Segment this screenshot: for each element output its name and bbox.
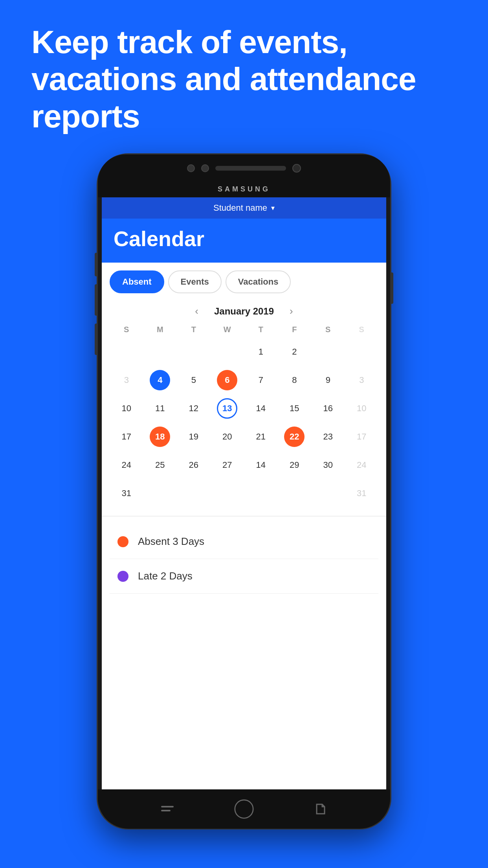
chevron-down-icon: ▾ [271, 204, 275, 212]
app-header: Student name ▾ Calendar [102, 197, 386, 263]
late-stat-label: Late 2 Days [138, 570, 193, 582]
calendar-week-1: 1 2 [110, 338, 378, 366]
cal-day[interactable]: 17 [345, 423, 379, 451]
cal-day[interactable]: 3 [345, 366, 379, 394]
cal-day-23[interactable]: 23 [311, 423, 345, 451]
day-circle-4: 4 [150, 370, 170, 390]
volume-silent-button [95, 253, 98, 276]
cal-day[interactable]: 24 [345, 451, 379, 479]
cal-day-29[interactable]: 29 [278, 451, 312, 479]
volume-down-button [95, 324, 98, 355]
cal-day-10[interactable]: 10 [110, 395, 143, 422]
stats-section: Absent 3 Days Late 2 Days [102, 520, 386, 598]
day-circle-6: 6 [217, 370, 237, 390]
cal-day[interactable]: 2 [278, 338, 312, 366]
cal-day-31[interactable]: 31 [110, 480, 143, 507]
cal-day-18[interactable]: 18 [143, 423, 177, 451]
day-name-t1: T [177, 325, 211, 334]
cal-day[interactable] [110, 338, 143, 366]
phone-device: SAMSUNG Student name ▾ Calendar Absent [97, 153, 391, 829]
cal-day[interactable] [177, 480, 211, 507]
cal-day-28[interactable]: 14 [244, 451, 278, 479]
cal-day-20[interactable]: 20 [211, 423, 244, 451]
speaker-icon [215, 166, 286, 171]
svg-rect-0 [161, 806, 174, 807]
cal-day-22[interactable]: 22 [278, 423, 312, 451]
cal-day[interactable] [177, 338, 211, 366]
student-selector[interactable]: Student name ▾ [102, 197, 386, 219]
cal-day-25[interactable]: 25 [143, 451, 177, 479]
calendar-day-names: S M T W T F S S [110, 325, 378, 338]
absent-dot-icon [117, 536, 128, 547]
cal-day-26[interactable]: 26 [177, 451, 211, 479]
tabs-row: Absent Events Vacations [102, 263, 386, 297]
day-name-w: W [211, 325, 244, 334]
cal-day-16[interactable]: 16 [311, 395, 345, 422]
cal-day-8[interactable]: 8 [278, 366, 312, 394]
day-name-m: M [143, 325, 177, 334]
tab-absent[interactable]: Absent [110, 270, 164, 293]
late-dot-icon [117, 571, 128, 582]
cal-day-14[interactable]: 14 [244, 395, 278, 422]
absent-stat-label: Absent 3 Days [138, 535, 204, 548]
cal-day[interactable] [311, 480, 345, 507]
day-circle-22: 22 [284, 427, 305, 447]
cal-day-11[interactable]: 11 [143, 395, 177, 422]
tab-vacations[interactable]: Vacations [226, 270, 291, 293]
cal-day-30[interactable]: 30 [311, 451, 345, 479]
cal-day[interactable] [143, 338, 177, 366]
phone-shell: SAMSUNG Student name ▾ Calendar Absent [97, 153, 391, 829]
cal-day-7[interactable]: 7 [244, 366, 278, 394]
phone-bottom-bar [98, 789, 390, 829]
cal-day-4[interactable]: 4 [143, 366, 177, 394]
calendar-week-4: 17 18 19 20 21 22 23 17 [110, 423, 378, 451]
svg-point-2 [235, 800, 253, 818]
tab-events[interactable]: Events [168, 270, 222, 293]
calendar-nav: ‹ January 2019 › [110, 301, 378, 325]
cal-day[interactable] [211, 338, 244, 366]
cal-day-6[interactable]: 6 [211, 366, 244, 394]
cal-day-24[interactable]: 24 [110, 451, 143, 479]
phone-top-bar [98, 154, 390, 182]
cal-day-13[interactable]: 13 [211, 395, 244, 422]
cal-day-19[interactable]: 19 [177, 423, 211, 451]
cal-day[interactable] [143, 480, 177, 507]
cal-day[interactable] [211, 480, 244, 507]
cal-day[interactable]: 1 [244, 338, 278, 366]
camera-icon [292, 164, 301, 173]
cal-day[interactable]: 3 [110, 366, 143, 394]
cal-day-12[interactable]: 12 [177, 395, 211, 422]
calendar-week-2: 3 4 5 6 7 8 9 3 [110, 366, 378, 394]
home-button[interactable] [234, 799, 254, 819]
day-name-s3: S [345, 325, 379, 334]
back-button[interactable] [158, 799, 177, 819]
calendar-header: Calendar [102, 219, 386, 263]
cal-day-27[interactable]: 27 [211, 451, 244, 479]
cal-day-9[interactable]: 9 [311, 366, 345, 394]
cal-day[interactable] [345, 338, 379, 366]
page-title: Calendar [114, 226, 374, 251]
cal-day-21[interactable]: 21 [244, 423, 278, 451]
cal-day[interactable]: 10 [345, 395, 379, 422]
student-name-label: Student name [213, 203, 267, 213]
phone-brand: SAMSUNG [98, 182, 390, 197]
cal-day[interactable] [244, 480, 278, 507]
cal-day-17[interactable]: 17 [110, 423, 143, 451]
calendar-month-label: January 2019 [214, 306, 274, 317]
day-name-s1: S [110, 325, 143, 334]
late-stat-row: Late 2 Days [110, 559, 378, 594]
cal-day[interactable] [311, 338, 345, 366]
day-name-s2: S [311, 325, 345, 334]
cal-day-15[interactable]: 15 [278, 395, 312, 422]
cal-day[interactable] [278, 480, 312, 507]
cal-day[interactable]: 31 [345, 480, 379, 507]
power-button [390, 272, 393, 304]
next-month-button[interactable]: › [290, 305, 293, 317]
prev-month-button[interactable]: ‹ [195, 305, 198, 317]
calendar-section: ‹ January 2019 › S M T W T F S S [102, 297, 386, 512]
calendar-week-6: 31 31 [110, 480, 378, 507]
cal-day-5[interactable]: 5 [177, 366, 211, 394]
front-sensor-2-icon [201, 164, 209, 172]
section-divider [102, 516, 386, 517]
recents-button[interactable] [311, 799, 330, 819]
